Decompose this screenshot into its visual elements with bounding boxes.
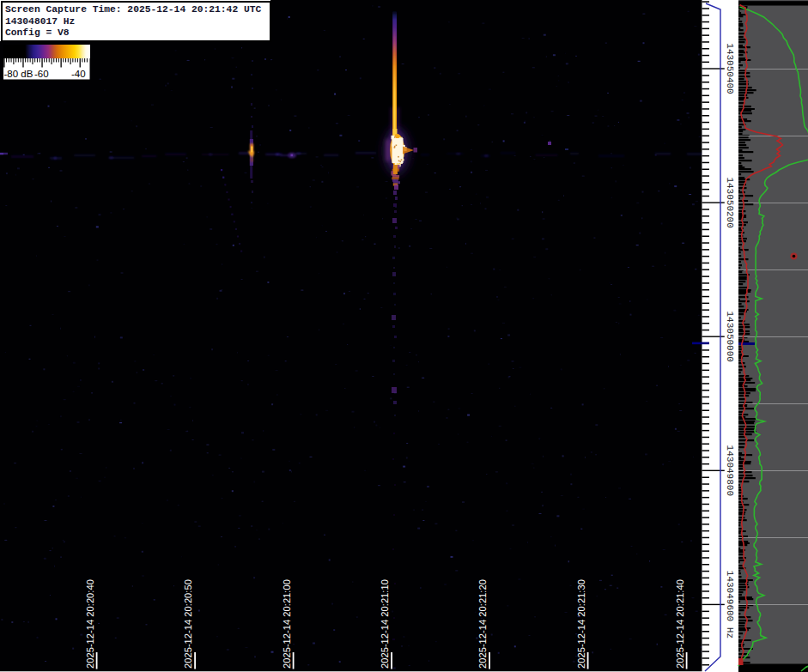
svg-text:2025-12-14 20:21:40: 2025-12-14 20:21:40 [675, 579, 685, 669]
svg-text:2025-12-14 20:21:10: 2025-12-14 20:21:10 [380, 579, 390, 669]
svg-text:2025-12-14 20:20:40: 2025-12-14 20:20:40 [85, 579, 95, 669]
svg-text:143050400: 143050400 [725, 43, 735, 94]
svg-text:143049800: 143049800 [725, 445, 735, 496]
svg-text:143050200: 143050200 [725, 177, 735, 227]
svg-text:143049600 Hz: 143049600 Hz [725, 571, 735, 639]
svg-text:-60: -60 [34, 69, 49, 79]
svg-text:-40: -40 [71, 69, 86, 79]
svg-text:2025-12-14 20:20:50: 2025-12-14 20:20:50 [183, 579, 193, 669]
svg-text:2025-12-14 20:21:00: 2025-12-14 20:21:00 [282, 579, 292, 669]
svg-text:2025-12-14 20:21:30: 2025-12-14 20:21:30 [576, 579, 586, 669]
svg-text:2025-12-14 20:21:20: 2025-12-14 20:21:20 [477, 579, 488, 669]
svg-text:143050000: 143050000 [725, 311, 735, 361]
svg-text:-80 dB: -80 dB [4, 69, 33, 79]
